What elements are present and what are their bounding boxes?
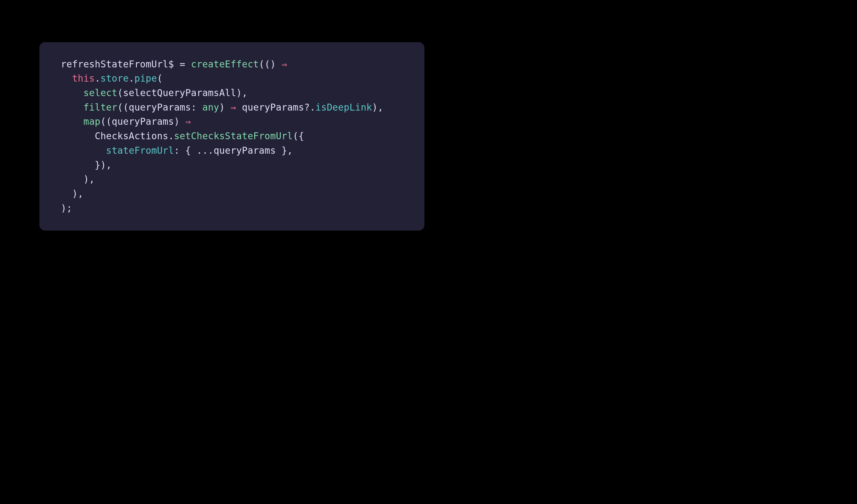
token-prop: refreshStateFromUrl$ xyxy=(61,59,174,70)
token-fn: map xyxy=(84,116,101,127)
token-fn: select xyxy=(84,87,118,98)
token-punct: ) xyxy=(219,102,225,113)
token-punct xyxy=(276,59,281,70)
token-fn: setChecksStateFromUrl xyxy=(174,131,293,141)
token-punct: }, xyxy=(276,145,293,156)
token-punct: : xyxy=(191,102,202,113)
token-fn: createEffect xyxy=(191,59,259,70)
token-punct: . xyxy=(95,73,101,84)
token-arrow: ⇒ xyxy=(185,116,191,127)
token-fn: any xyxy=(202,102,219,113)
token-punct: ), xyxy=(372,102,384,113)
token-punct: ) xyxy=(174,116,180,127)
token-punct: ?. xyxy=(304,102,315,113)
token-prop: ChecksActions xyxy=(95,131,169,141)
token-punct: : { ... xyxy=(174,145,214,156)
token-prop: queryParams xyxy=(129,102,191,113)
token-method: store xyxy=(101,73,129,84)
token-fn: filter xyxy=(84,102,118,113)
token-punct: ); xyxy=(61,203,72,214)
token-punct: ), xyxy=(236,87,248,98)
token-punct: (( xyxy=(118,102,129,113)
token-punct: ( xyxy=(157,73,163,84)
token-punct: (() xyxy=(259,59,276,70)
token-prop: queryParams xyxy=(112,116,174,127)
token-punct xyxy=(49,59,61,70)
code-content: refreshStateFromUrl$ = createEffect(() ⇒… xyxy=(49,59,384,214)
token-method: stateFromUrl xyxy=(106,145,174,156)
token-prop: queryParams xyxy=(214,145,276,156)
code-snippet-panel: refreshStateFromUrl$ = createEffect(() ⇒… xyxy=(39,42,424,231)
token-arrow: ⇒ xyxy=(231,102,236,113)
token-prop: selectQueryParamsAll xyxy=(123,87,236,98)
token-punct: . xyxy=(168,131,174,141)
token-punct: }), xyxy=(95,160,112,170)
token-punct: = xyxy=(174,59,191,70)
token-punct: ( xyxy=(118,87,123,98)
token-punct: ), xyxy=(84,174,95,185)
token-punct xyxy=(180,116,185,127)
token-punct: (( xyxy=(101,116,112,127)
token-method: isDeepLink xyxy=(315,102,372,113)
token-method: pipe xyxy=(134,73,157,84)
token-punct: . xyxy=(129,73,134,84)
token-arrow: ⇒ xyxy=(281,59,287,70)
token-kw: this xyxy=(72,73,95,84)
token-punct: ), xyxy=(72,188,84,199)
token-punct xyxy=(225,102,231,113)
code-block: refreshStateFromUrl$ = createEffect(() ⇒… xyxy=(49,57,412,216)
token-prop: queryParams xyxy=(242,102,304,113)
token-punct: ({ xyxy=(293,131,304,141)
token-punct xyxy=(236,102,242,113)
